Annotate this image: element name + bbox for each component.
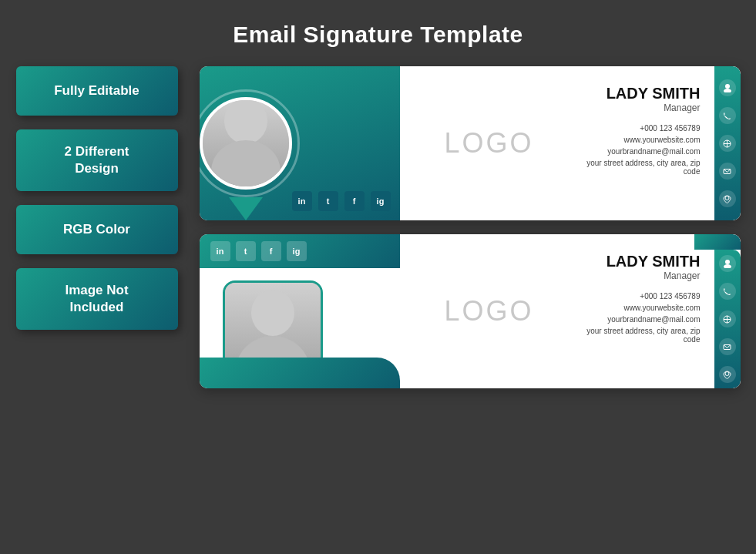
- svg-point-2: [725, 84, 730, 89]
- template-2-card: in t f ig: [200, 234, 741, 388]
- svg-point-17: [725, 371, 729, 375]
- template1-person-name: LADY SMITH: [606, 85, 701, 102]
- svg-point-11: [725, 260, 730, 264]
- template1-logo: LOGO: [444, 127, 533, 159]
- badge-image-not-included: Image Not Included: [16, 268, 178, 330]
- t2-globe-icon: [719, 311, 736, 327]
- template2-top-right-accent: [694, 234, 741, 250]
- linkedin-icon: in: [292, 191, 312, 211]
- template1-phone: +000 123 456789: [640, 124, 700, 133]
- template1-right-section: LADY SMITH Manager +000 123 456789 www.y…: [579, 66, 741, 220]
- badges-column: Fully Editable 2 Different Design RGB Co…: [16, 66, 178, 388]
- template1-right-accent-bar: [714, 66, 741, 220]
- svg-point-1: [211, 140, 281, 186]
- t2-facebook-icon: f: [261, 241, 281, 261]
- t2-person-icon: [719, 255, 736, 272]
- profile-silhouette: [203, 100, 288, 186]
- template1-profile-photo: [200, 97, 292, 190]
- template2-contact-info: +000 123 456789 www.yourwebsite.com your…: [579, 292, 701, 344]
- t2-twitter-icon: t: [236, 241, 256, 261]
- t2-location-icon: [719, 366, 736, 383]
- template-1-card: in t f ig LOGO: [200, 66, 741, 220]
- badge-rgb-color: RGB Color: [16, 205, 178, 254]
- t2-instagram-icon: ig: [287, 241, 307, 261]
- template2-right-accent-bar: [714, 250, 741, 388]
- template2-address: your street address, city area, zip code: [579, 327, 701, 344]
- template2-person-title: Manager: [664, 270, 700, 281]
- template1-website: www.yourwebsite.com: [624, 136, 701, 144]
- svg-point-9: [251, 290, 294, 336]
- template2-top-bar: in t f ig: [200, 234, 400, 268]
- template2-left-section: in t f ig: [200, 234, 400, 388]
- main-layout: Fully Editable 2 Different Design RGB Co…: [16, 66, 741, 388]
- t2-linkedin-icon: in: [210, 241, 230, 261]
- template1-middle-section: LOGO: [400, 66, 579, 220]
- template2-website: www.yourwebsite.com: [624, 304, 701, 312]
- template1-social-icons: in t f ig: [292, 191, 391, 211]
- template2-profile-area: [200, 268, 400, 388]
- template1-email: yourbrandname@mail.com: [607, 147, 700, 156]
- twitter-icon: t: [318, 191, 338, 211]
- person-icon: [719, 79, 736, 96]
- phone-icon: [719, 107, 736, 124]
- badge-two-designs: 2 Different Design: [16, 129, 178, 191]
- template1-pin-shape: [229, 197, 263, 220]
- t2-phone-icon: [719, 283, 736, 300]
- template1-contact-info: +000 123 456789 www.yourwebsite.com your…: [579, 124, 701, 176]
- badge-fully-editable: Fully Editable: [16, 66, 178, 116]
- svg-point-3: [724, 89, 731, 92]
- globe-icon: [719, 135, 736, 152]
- template2-logo: LOGO: [444, 295, 533, 327]
- template2-email: yourbrandname@mail.com: [607, 315, 700, 324]
- template2-bottom-blob: [200, 358, 400, 388]
- template1-address: your street address, city area, zip code: [579, 159, 701, 176]
- template1-left-section: in t f ig: [200, 66, 400, 220]
- template2-phone: +000 123 456789: [640, 292, 700, 301]
- svg-point-0: [224, 100, 267, 144]
- location-icon: [719, 190, 736, 207]
- svg-point-8: [725, 196, 729, 200]
- t2-email-icon: [719, 338, 736, 355]
- template2-middle-section: LOGO: [400, 234, 579, 388]
- facebook-icon: f: [344, 191, 365, 211]
- page-title: Email Signature Template: [233, 22, 523, 48]
- instagram-icon: ig: [371, 191, 391, 211]
- email-icon: [719, 163, 736, 180]
- template2-person-name: LADY SMITH: [606, 253, 701, 270]
- template2-right-section: LADY SMITH Manager +000 123 456789 www.y…: [579, 234, 741, 388]
- templates-column: in t f ig LOGO: [200, 66, 741, 388]
- template1-person-title: Manager: [664, 102, 700, 113]
- svg-point-12: [724, 264, 731, 268]
